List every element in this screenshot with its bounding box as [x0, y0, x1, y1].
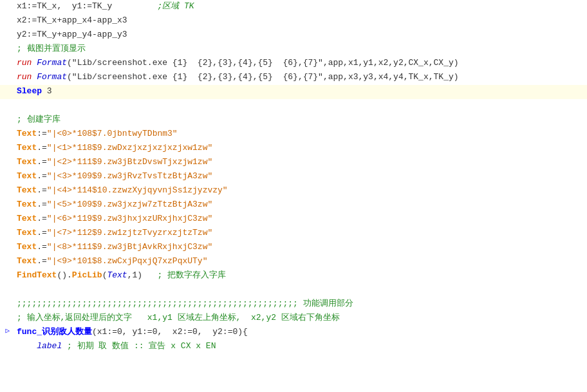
code-line: Text:="|<0>*108$7.0jbntwyTDbnm3" [0, 127, 587, 142]
line-content: run Format("Lib/screenshot.exe {1} {2},{… [12, 71, 587, 84]
token-kw-blue: Sleep [17, 86, 42, 96]
token-italic-blue: Text [107, 270, 127, 280]
line-content: Text.="|<3>*109$9.zw3jRvzTvsTtzBtjA3zw" [12, 170, 587, 183]
line-content: Text.="|<7>*112$9.zw1zjtzTvyzrxzjtzTzw" [12, 227, 587, 239]
token-string: "|<7>*112$9.zw1zjtzTvyzrxzjtzTzw" [47, 228, 212, 238]
code-line: ; 创建字库 [0, 113, 587, 127]
token-kw-orange: Text [17, 129, 37, 138]
token-comment-cn: ; 把数字存入字库 [157, 270, 226, 280]
line-content: Text.="|<9>*101$8.zwCxjPqxjQ7xzPqxUTy" [12, 255, 587, 268]
code-line: x2:=TK_x+app_x4-app_x3 [0, 14, 587, 28]
line-content: run Format("Lib/screenshot.exe {1} {2},{… [12, 57, 587, 70]
token-kw-orange: PicLib [72, 270, 102, 280]
line-content: ; 创建字库 [12, 113, 587, 126]
token-kw-orange: Text [17, 256, 37, 266]
token-normal: .= [37, 157, 47, 167]
token-normal: ("Lib/screenshot.exe {1} {2},{3},{4},{5}… [67, 58, 459, 68]
code-line: Text.="|<1>*118$9.zwDxzjxzjxzjxzjxw1zw" [0, 142, 587, 156]
line-content: Text.="|<2>*111$9.zw3jBtzDvswTjxzjw1zw" [12, 156, 587, 169]
code-line: ; 输入坐标,返回处理后的文字 x1,y1 区域左上角坐标, x2,y2 区域右… [0, 312, 587, 326]
token-kw-orange: Text [17, 143, 37, 153]
token-comment-cn: ; 创建字库 [17, 115, 61, 124]
code-line: Text.="|<3>*109$9.zw3jRvzTvsTtzBtjA3zw" [0, 170, 587, 184]
token-string: "|<1>*118$9.zwDxzjxzjxzjxzjxw1zw" [47, 143, 212, 153]
line-gutter: ▷ [0, 326, 12, 337]
line-content: Text.="|<6>*119$9.zw3jhxjxzURxjhxjC3zw" [12, 212, 587, 225]
token-kw-blue: func_识别敌人数量 [17, 327, 92, 337]
line-content: func_识别敌人数量(x1:=0, y1:=0, x2:=0, y2:=0){ [12, 326, 587, 339]
token-italic-red: run [17, 58, 32, 68]
code-editor: x1:=TK_x, y1:=TK_y ;区域 TKx2:=TK_x+app_x4… [0, 0, 587, 392]
line-content: ; 输入坐标,返回处理后的文字 x1,y1 区域左上角坐标, x2,y2 区域右… [12, 312, 587, 324]
token-normal: .= [37, 228, 47, 238]
token-kw-orange: Text [17, 214, 37, 223]
code-line: y2:=TK_y+app_y4-app_y3 [0, 28, 587, 42]
token-normal: ("Lib/screenshot.exe {1} {2},{3},{4},{5}… [67, 72, 459, 82]
token-string: "|<3>*109$9.zw3jRvzTvsTtzBtjA3zw" [47, 171, 212, 181]
token-comment-cn: ; 初期 取 数值 :: 宣告 x CX x EN [67, 341, 216, 351]
token-string: "|<5>*109$9.zw3jxzjw7zTtzBtjA3zw" [47, 200, 212, 209]
token-normal [62, 341, 67, 351]
line-content: label ; 初期 取 数值 :: 宣告 x CX x EN [12, 340, 587, 353]
token-kw-orange: Text [17, 242, 37, 252]
code-line: Text.="|<6>*119$9.zw3jhxjxzURxjhxjC3zw" [0, 212, 587, 227]
line-content: ; 截图并置顶显示 [12, 42, 587, 55]
code-line: ; 截图并置顶显示 [0, 42, 587, 57]
line-content: Text.="|<5>*109$9.zw3jxzjw7zTtzBtjA3zw" [12, 198, 587, 211]
token-normal [17, 341, 37, 351]
token-kw-orange: Text [17, 185, 37, 195]
code-line: FindText().PicLib(Text,1) ; 把数字存入字库 [0, 269, 587, 283]
token-normal: (). [57, 270, 71, 280]
token-string: "|<6>*119$9.zw3jhxjxzURxjhxjC3zw" [47, 214, 212, 223]
token-kw-orange: Text [17, 200, 37, 209]
token-normal: .= [37, 185, 47, 195]
token-normal: .= [37, 256, 47, 266]
code-line: run Format("Lib/screenshot.exe {1} {2},{… [0, 71, 587, 85]
token-comment: ;区域 TK [157, 1, 194, 11]
code-line [0, 99, 587, 113]
token-normal: x1:=TK_x, y1:=TK_y [17, 1, 157, 11]
token-normal: x2:=TK_x+app_x4-app_x3 [17, 15, 127, 25]
token-normal: .= [37, 242, 47, 252]
token-string: "|<2>*111$9.zw3jBtzDvswTjxzjw1zw" [47, 157, 212, 167]
line-content: x1:=TK_x, y1:=TK_y ;区域 TK [12, 0, 587, 13]
code-line [0, 283, 587, 297]
token-italic-blue: label [37, 341, 62, 351]
code-line: Text.="|<7>*112$9.zw1zjtzTvyzrxzjtzTzw" [0, 227, 587, 241]
token-normal: 3 [42, 86, 52, 96]
line-content: Text.="|<4>*114$10.zzwzXyjqyvnjSs1zjyzvz… [12, 184, 587, 197]
token-string: "|<4>*114$10.zzwzXyjqyvnjSs1zjyzvzy" [47, 185, 228, 195]
token-normal: .= [37, 214, 47, 223]
token-normal: .= [37, 171, 47, 181]
token-normal: := [37, 129, 47, 138]
line-content: Text.="|<1>*118$9.zwDxzjxzjxzjxzjxw1zw" [12, 142, 587, 154]
line-content: Sleep 3 [12, 85, 587, 98]
token-normal: .= [37, 200, 47, 209]
line-content: Text.="|<8>*111$9.zw3jBtjAvkRxjhxjC3zw" [12, 241, 587, 254]
token-string: "|<0>*108$7.0jbntwyTDbnm3" [47, 129, 178, 138]
line-content: y2:=TK_y+app_y4-app_y3 [12, 28, 587, 41]
token-comment-cn: ; 输入坐标,返回处理后的文字 x1,y1 区域左上角坐标, x2,y2 区域右… [17, 313, 340, 322]
code-line: Text.="|<9>*101$8.zwCxjPqxjQ7xzPqxUTy" [0, 255, 587, 269]
token-normal: (x1:=0, y1:=0, x2:=0, y2:=0){ [92, 327, 248, 337]
code-line: Text.="|<2>*111$9.zw3jBtzDvswTjxzjw1zw" [0, 156, 587, 170]
token-normal: y2:=TK_y+app_y4-app_y3 [17, 30, 127, 39]
code-line: Text.="|<5>*109$9.zw3jxzjw7zTtzBtjA3zw" [0, 198, 587, 212]
token-kw-orange: Text [17, 157, 37, 167]
token-normal: .= [37, 143, 47, 153]
code-line: Text.="|<8>*111$9.zw3jBtjAvkRxjhxjC3zw" [0, 241, 587, 255]
line-content: x2:=TK_x+app_x4-app_x3 [12, 14, 587, 27]
token-italic-red: run [17, 72, 32, 82]
code-line: ;;;;;;;;;;;;;;;;;;;;;;;;;;;;;;;;;;;;;;;;… [0, 297, 587, 312]
token-kw-orange: Text [17, 171, 37, 181]
token-kw-orange: Text [17, 228, 37, 238]
code-line: x1:=TK_x, y1:=TK_y ;区域 TK [0, 0, 587, 14]
code-line: ▷func_识别敌人数量(x1:=0, y1:=0, x2:=0, y2:=0)… [0, 326, 587, 340]
token-normal: ,1) [127, 270, 158, 280]
fold-arrow[interactable]: ▷ [5, 326, 10, 337]
token-italic-blue: Format [37, 58, 67, 68]
token-comment-cn: ;;;;;;;;;;;;;;;;;;;;;;;;;;;;;;;;;;;;;;;;… [17, 299, 353, 308]
token-string: "|<8>*111$9.zw3jBtjAvkRxjhxjC3zw" [47, 242, 212, 252]
token-comment-cn: ; 截图并置顶显示 [17, 44, 86, 53]
code-line: label ; 初期 取 数值 :: 宣告 x CX x EN [0, 340, 587, 354]
